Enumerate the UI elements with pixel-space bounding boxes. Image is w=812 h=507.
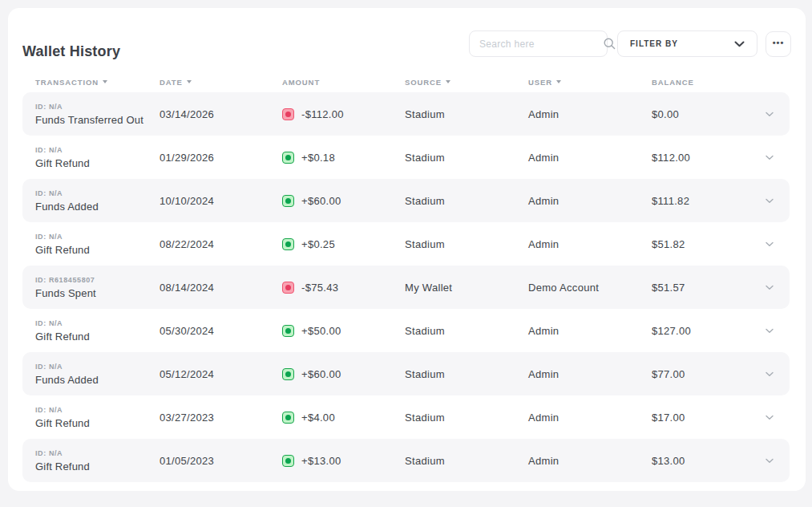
table-row[interactable]: ID: N/A Funds Transferred Out 03/14/2026… (22, 92, 790, 136)
source-cell: Stadium (405, 195, 528, 207)
balance-cell: $77.00 (652, 368, 749, 380)
amount-positive-icon (282, 412, 294, 424)
sort-arrow-icon (187, 80, 192, 83)
table-row[interactable]: ID: R618455807 Funds Spent 08/14/2024 -$… (22, 266, 790, 309)
row-expand-button[interactable] (749, 155, 774, 160)
user-cell: Admin (528, 152, 652, 164)
amount-value: +$50.00 (301, 325, 341, 337)
transaction-id: ID: N/A (35, 233, 160, 241)
transaction-cell: ID: N/A Gift Refund (35, 406, 160, 429)
transaction-name: Funds Added (35, 374, 160, 386)
transaction-id: ID: N/A (35, 449, 160, 457)
user-cell: Admin (528, 325, 652, 337)
amount-cell: +$60.00 (282, 368, 405, 380)
chevron-down-icon (766, 328, 774, 334)
table-row[interactable]: ID: N/A Funds Added 05/12/2024 +$60.00 S… (22, 352, 790, 395)
column-header-date[interactable]: DATE (160, 78, 282, 87)
transaction-cell: ID: N/A Funds Added (35, 363, 160, 386)
column-header-label: DATE (160, 78, 183, 87)
source-cell: Stadium (405, 238, 528, 250)
row-expand-button[interactable] (749, 198, 774, 204)
amount-positive-icon (282, 195, 294, 207)
wallet-history-card: Wallet History FILTER BY ••• TRANSACTION… (8, 8, 806, 491)
column-header-user[interactable]: USER (528, 78, 652, 87)
chevron-down-icon (766, 155, 774, 160)
transaction-id: ID: N/A (35, 319, 160, 327)
source-cell: Stadium (405, 108, 528, 120)
date-cell: 08/14/2024 (160, 282, 282, 294)
user-cell: Admin (528, 412, 652, 424)
chevron-down-icon (734, 41, 745, 47)
transaction-name: Gift Refund (35, 417, 160, 429)
search-input[interactable] (479, 39, 604, 50)
transaction-cell: ID: N/A Gift Refund (35, 319, 160, 343)
table-header: TRANSACTIONDATEAMOUNTSOURCEUSERBALANCE (22, 74, 790, 90)
date-cell: 10/10/2024 (160, 195, 282, 207)
balance-cell: $127.00 (652, 325, 749, 337)
column-header-source[interactable]: SOURCE (405, 78, 528, 87)
chevron-down-icon (766, 415, 774, 420)
amount-negative-icon (282, 282, 294, 294)
row-expand-button[interactable] (749, 112, 774, 117)
date-cell: 01/29/2026 (160, 152, 282, 164)
user-cell: Admin (528, 195, 652, 207)
table-body: ID: N/A Funds Transferred Out 03/14/2026… (22, 92, 790, 482)
user-cell: Admin (528, 238, 652, 250)
row-expand-button[interactable] (749, 371, 774, 377)
amount-value: +$60.00 (301, 195, 341, 207)
amount-cell: +$13.00 (282, 455, 405, 467)
transaction-name: Gift Refund (35, 460, 160, 473)
column-header-transaction[interactable]: TRANSACTION (35, 78, 160, 87)
amount-negative-icon (282, 108, 294, 120)
transaction-id: ID: N/A (35, 363, 160, 371)
row-expand-button[interactable] (749, 285, 774, 290)
filter-by-dropdown[interactable]: FILTER BY (617, 30, 757, 57)
column-header-label: BALANCE (652, 78, 694, 87)
transaction-name: Gift Refund (35, 157, 160, 169)
table-row[interactable]: ID: N/A Gift Refund 01/29/2026 +$0.18 St… (22, 136, 790, 179)
transaction-cell: ID: N/A Funds Added (35, 189, 160, 213)
page-title: Wallet History (22, 43, 120, 60)
transaction-cell: ID: N/A Funds Transferred Out (35, 103, 160, 126)
balance-cell: $13.00 (652, 455, 749, 467)
table-row[interactable]: ID: N/A Gift Refund 08/22/2024 +$0.25 St… (22, 222, 790, 266)
amount-value: +$4.00 (301, 412, 335, 424)
row-expand-button[interactable] (749, 458, 774, 464)
user-cell: Admin (528, 108, 652, 120)
table-row[interactable]: ID: N/A Funds Added 10/10/2024 +$60.00 S… (22, 179, 790, 222)
transaction-name: Gift Refund (35, 331, 160, 343)
column-header-label: USER (528, 78, 552, 87)
column-header-balance: BALANCE (652, 78, 749, 87)
source-cell: Stadium (405, 455, 528, 467)
transaction-id: ID: N/A (35, 189, 160, 197)
sort-arrow-icon (446, 80, 450, 83)
user-cell: Admin (528, 368, 652, 380)
amount-positive-icon (282, 238, 294, 250)
amount-value: +$60.00 (301, 368, 341, 380)
page-background: { "page": { "title": "Wallet History" },… (0, 0, 812, 507)
chevron-down-icon (766, 371, 774, 377)
table-row[interactable]: ID: N/A Gift Refund 05/30/2024 +$50.00 S… (22, 309, 790, 352)
date-cell: 08/22/2024 (160, 238, 282, 250)
balance-cell: $0.00 (652, 108, 749, 120)
amount-cell: -$75.43 (282, 282, 405, 294)
amount-value: +$0.25 (301, 238, 335, 250)
transaction-name: Gift Refund (35, 244, 160, 256)
amount-cell: -$112.00 (282, 108, 405, 120)
transaction-id: ID: N/A (35, 406, 160, 414)
transaction-name: Funds Spent (35, 287, 160, 299)
table-row[interactable]: ID: N/A Gift Refund 03/27/2023 +$4.00 St… (22, 395, 790, 439)
user-cell: Demo Account (528, 282, 652, 294)
column-header-label: TRANSACTION (35, 78, 99, 87)
table-row[interactable]: ID: N/A Gift Refund 01/05/2023 +$13.00 S… (22, 439, 790, 482)
date-cell: 05/30/2024 (160, 325, 282, 337)
row-expand-button[interactable] (749, 415, 774, 420)
transaction-id: ID: R618455807 (35, 276, 160, 284)
row-expand-button[interactable] (749, 241, 774, 247)
date-cell: 05/12/2024 (160, 368, 282, 380)
amount-positive-icon (282, 368, 294, 380)
amount-cell: +$0.25 (282, 238, 405, 250)
row-expand-button[interactable] (749, 328, 774, 334)
amount-value: -$75.43 (301, 282, 338, 294)
more-options-button[interactable]: ••• (766, 31, 791, 57)
